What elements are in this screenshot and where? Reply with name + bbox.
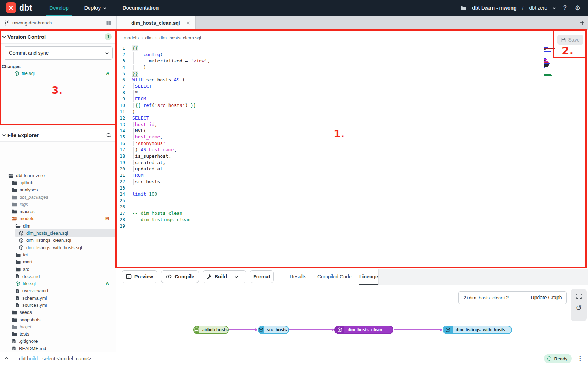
- tree-item-label: dim_hosts_clean.sql: [26, 230, 68, 236]
- tree-item-label: docs.md: [22, 274, 40, 279]
- tree-item-fct[interactable]: fct: [0, 251, 116, 258]
- tree-item-src[interactable]: src: [0, 266, 116, 273]
- tree-item-dim_hosts_clean.sql[interactable]: dim_hosts_clean.sql: [15, 229, 116, 236]
- tab-results[interactable]: Results: [290, 269, 306, 284]
- dbt-logo[interactable]: ✕ dbt: [0, 2, 41, 13]
- commit-options-dropdown[interactable]: [101, 47, 112, 59]
- tree-item-label: schema.yml: [22, 295, 47, 301]
- tab-compiled-code[interactable]: Compiled Code: [317, 269, 352, 284]
- code-line-24: 24limit 100: [117, 191, 539, 197]
- lineage-node-dim_hosts_clean[interactable]: dim_hosts_clean: [334, 326, 393, 334]
- tab-dim-hosts-clean[interactable]: dim_hosts_clean.sql: [117, 16, 196, 30]
- code-line-15: 15 host_name,: [117, 134, 539, 140]
- minimap-line: [544, 49, 546, 50]
- changed-file-row[interactable]: file.sql A: [0, 70, 116, 77]
- tree-item-snapshots[interactable]: snapshots: [0, 316, 116, 323]
- gear-icon[interactable]: ⚙: [574, 4, 582, 12]
- tree-item-models[interactable]: modelsM: [0, 215, 116, 222]
- compile-button[interactable]: Compile: [161, 270, 199, 283]
- lineage-node-dim_listings_with_hosts[interactable]: dim_listings_with_hosts: [443, 326, 512, 334]
- folder-icon: [12, 187, 17, 192]
- minimap-line: [544, 50, 544, 51]
- build-options-dropdown[interactable]: [230, 271, 243, 283]
- line-number: 1: [117, 45, 125, 51]
- tree-item-logs[interactable]: logs: [0, 201, 116, 208]
- tree-item-analyses[interactable]: analyses: [0, 186, 116, 194]
- tree-item-label: tests: [20, 331, 29, 337]
- tree-item-file.sql[interactable]: file.sqlA: [0, 280, 116, 287]
- file-icon: [12, 339, 16, 344]
- breadcrumb-dim[interactable]: dim: [145, 35, 153, 40]
- nav-documentation[interactable]: Documentation: [115, 0, 166, 16]
- version-control-header[interactable]: Version Control 1: [0, 30, 116, 44]
- dbt-logo-text: dbt: [19, 3, 32, 13]
- chevron-down-icon[interactable]: [552, 6, 556, 10]
- project-name[interactable]: dbt Learn - mwong: [472, 5, 516, 11]
- line-number: 8: [117, 89, 125, 96]
- tree-item-label: README.md: [19, 346, 46, 351]
- nav-deploy[interactable]: Deploy: [77, 0, 115, 16]
- help-icon[interactable]: ?: [561, 4, 569, 12]
- file-tree: dbt-learn-zero.githubanalysesdbt_package…: [0, 172, 116, 365]
- new-tab-icon[interactable]: [579, 20, 585, 27]
- tree-item-README.md[interactable]: README.md: [0, 345, 116, 352]
- branch-name[interactable]: mwong-dev-branch: [12, 20, 52, 26]
- tree-item-overview.md[interactable]: overview.md: [0, 287, 116, 294]
- tree-item-label: overview.md: [22, 288, 48, 293]
- minimap-line: [544, 75, 552, 76]
- code-line-27: 27-- dim_hosts_clean: [117, 210, 539, 217]
- file-explorer-header[interactable]: File Explorer: [0, 129, 116, 142]
- editor-minimap[interactable]: [544, 46, 558, 77]
- environment-name[interactable]: dbt zero: [529, 5, 547, 11]
- breadcrumb-models[interactable]: models: [124, 35, 139, 40]
- tree-item-dim_listings_with_hosts.sql[interactable]: dim_listings_with_hosts.sql: [0, 244, 116, 251]
- model-cube-icon: [14, 71, 19, 76]
- code-editor[interactable]: models › dim › dim_hosts_clean.sql Save …: [117, 30, 588, 269]
- file-icon: [15, 288, 20, 293]
- code-icon: [166, 274, 172, 279]
- build-button[interactable]: Build: [203, 270, 246, 283]
- divider: [13, 352, 13, 365]
- lineage-edge: [289, 329, 334, 330]
- docs-book-icon[interactable]: [106, 20, 112, 26]
- lineage-graph[interactable]: airbnb.hostssrc_hostsdim_hosts_cleandim_…: [117, 285, 588, 352]
- tree-item-schema.yml[interactable]: schema.yml: [0, 294, 116, 301]
- tree-item-tests[interactable]: tests: [0, 331, 116, 338]
- tree-item-dbt-learn-zero[interactable]: dbt-learn-zero: [0, 172, 116, 179]
- tree-item-dim_listings_clean.sql[interactable]: dim_listings_clean.sql: [0, 237, 116, 244]
- model-cube-icon: [19, 238, 24, 243]
- tree-item-mart[interactable]: mart: [0, 258, 116, 266]
- tree-item-.github[interactable]: .github: [0, 179, 116, 186]
- tree-item-.gitignore[interactable]: .gitignore: [0, 338, 116, 345]
- line-number: 12: [117, 115, 125, 121]
- folder-icon: [12, 180, 17, 185]
- commit-and-sync-button[interactable]: Commit and sync: [4, 46, 113, 60]
- model-cube-icon: [443, 326, 453, 333]
- tree-item-sources.yml[interactable]: sources.yml: [0, 301, 116, 309]
- close-icon[interactable]: [186, 21, 190, 25]
- tree-item-seeds[interactable]: seeds: [0, 309, 116, 316]
- format-button[interactable]: Format: [250, 270, 274, 283]
- breadcrumb-file[interactable]: dim_hosts_clean.sql: [159, 35, 201, 40]
- search-icon[interactable]: [106, 132, 112, 138]
- line-number: 10: [117, 102, 125, 109]
- code-line-14: 14 NVL(: [117, 128, 539, 134]
- nav-develop[interactable]: Develop: [41, 0, 76, 16]
- code-line-13: 13 host_id,: [117, 121, 539, 128]
- status-badge: Ready: [544, 354, 572, 363]
- line-number: 23: [117, 185, 125, 191]
- tree-item-dbt_packages[interactable]: dbt_packages: [0, 194, 116, 201]
- tree-item-macros[interactable]: macros: [0, 208, 116, 215]
- tree-item-dim[interactable]: dim: [0, 222, 116, 229]
- lineage-node-airbnb.hosts[interactable]: airbnb.hosts: [193, 326, 229, 334]
- tab-lineage[interactable]: Lineage: [359, 269, 378, 284]
- chevron-up-icon[interactable]: [0, 356, 13, 361]
- preview-button[interactable]: Preview: [122, 270, 157, 283]
- lineage-node-src_hosts[interactable]: src_hosts: [258, 326, 289, 334]
- tree-item-docs.md[interactable]: docs.md: [0, 273, 116, 280]
- save-button[interactable]: Save: [557, 35, 583, 45]
- command-input[interactable]: dbt build --select <model_name>: [19, 356, 91, 361]
- tree-item-target[interactable]: target: [0, 323, 116, 330]
- kebab-menu-icon[interactable]: ⋮: [577, 355, 583, 362]
- code-area[interactable]: 1{{2 config(3 materialized = 'view',4 )5…: [117, 45, 539, 229]
